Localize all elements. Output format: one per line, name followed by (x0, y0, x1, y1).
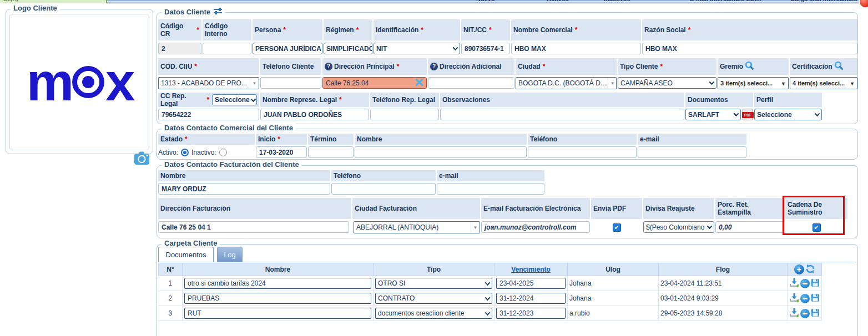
add-row-icon[interactable] (794, 264, 804, 274)
tipo-cliente-select[interactable]: CAMPAÑA ASEO (618, 77, 716, 89)
save-icon[interactable] (811, 308, 820, 319)
telefono-cliente-input[interactable] (260, 77, 321, 89)
cc-rep-seleccione-select[interactable]: Seleccione (212, 94, 257, 105)
refresh-icon[interactable] (805, 264, 815, 276)
direccion-facturacion-label: Dirección Facturación (158, 198, 351, 219)
direccion-principal-input[interactable]: Calle 76 25 04 (322, 77, 427, 89)
doc-nombre-input[interactable]: PRUEBAS (184, 293, 371, 304)
logo-cliente-panel: Logo Cliente m x (6, 9, 153, 154)
chevron-down-icon (322, 45, 322, 50)
tab-documentos[interactable]: Documentos (158, 247, 214, 262)
logo-image-box: m x (9, 14, 149, 150)
activo-label: Activo: (158, 149, 178, 156)
documentos-select[interactable]: SARLAFT (685, 109, 741, 120)
direccion-facturacion-input[interactable]: Calle 76 25 04 1 (158, 221, 349, 233)
tab-underline (158, 262, 856, 262)
perfil-select[interactable]: Seleccione (754, 109, 822, 120)
activo-radio[interactable] (181, 149, 189, 156)
download-icon[interactable] (789, 278, 799, 289)
max-logo: m x (27, 61, 133, 104)
col-header-tipo: Tipo (374, 263, 494, 276)
fact-email-input[interactable] (437, 183, 544, 195)
help-icon[interactable] (325, 63, 332, 70)
doc-vencimiento-input[interactable]: 23-04-2025 (496, 278, 566, 289)
fact-telefono-input[interactable] (331, 183, 436, 195)
envia-pdf-checkbox[interactable] (613, 223, 621, 232)
direccion-adicional-label: Dirección Adicional (428, 58, 514, 75)
remove-icon[interactable] (800, 294, 810, 303)
table-row: 2 PRUEBAS CONTRATO 31-12-2024 Johana 03-… (158, 291, 822, 306)
contacto-comercial-legend: Datos Contacto Comercial del Cliente (162, 124, 296, 132)
doc-nombre-input[interactable]: otro si cambio tarifas 2024 (184, 278, 371, 289)
cc-rep-legal-input[interactable]: 79654222 (158, 109, 259, 120)
doc-flog: 03-01-2024 9:03:29 (659, 291, 788, 306)
tab-log[interactable]: Log (217, 247, 243, 262)
address-validate-icon[interactable] (415, 78, 423, 88)
download-icon[interactable] (789, 293, 799, 304)
email-contacto-input[interactable] (638, 146, 746, 158)
codigo-cr-input[interactable]: 2 (158, 43, 201, 54)
nombre-contacto-label: Nombre (355, 134, 527, 145)
carpeta-cliente-section: Carpeta Cliente Documentos Log N° Nombre… (157, 244, 858, 336)
remove-icon[interactable] (800, 309, 810, 318)
gremio-multiselect[interactable]: 3 item(s) selecci... (718, 77, 789, 89)
doc-ulog: Johana (568, 291, 659, 306)
doc-tipo-select[interactable]: OTRO SI (375, 278, 492, 289)
documentos-label: Documentos (685, 93, 753, 107)
fact-nombre-input[interactable]: MARY ORDUZ (158, 183, 330, 195)
lookup-icon[interactable] (745, 61, 754, 72)
email-fe-input[interactable]: joan.munoz@controlroll.com (481, 221, 590, 233)
certificacion-multiselect[interactable]: 4 item(s) selecci... (790, 77, 857, 89)
razon-social-input[interactable]: HBO MAX (642, 43, 857, 54)
doc-flog: 23-04-2024 11:23:51 (659, 276, 788, 291)
cod-ciiu-combo[interactable]: 1313 - ACABADO DE PRO... (158, 77, 259, 89)
menu-item-activos[interactable]: Activos (547, 0, 569, 2)
porc-ret-input[interactable]: 0,00 (715, 221, 784, 233)
ciudad-facturacion-combo[interactable]: ABEJORRAL (ANTIOQUIA) (354, 221, 480, 233)
telefono-rep-legal-input[interactable] (370, 109, 439, 120)
nombre-comercial-input[interactable]: HBO MAX (511, 43, 641, 54)
persona-select[interactable]: PERSONA JURÍDICA (253, 43, 322, 54)
save-icon[interactable] (811, 293, 820, 304)
menu-item-email-edi[interactable]: E-mail Intercambio EDI... (690, 0, 761, 2)
nit-input[interactable]: 890736574-1 (461, 43, 510, 54)
codigo-interno-input[interactable] (203, 43, 251, 54)
inicio-input[interactable]: 17-03-2020 (256, 146, 307, 158)
nombre-contacto-input[interactable] (355, 146, 527, 158)
ciudad-combo[interactable]: BOGOTA D.C. (BOGOTÁ D.... (516, 77, 617, 89)
menu-item-inactivos[interactable]: Inactivos (604, 0, 630, 2)
browser-tab-fragment[interactable]: DZ(A) (0, 0, 107, 3)
save-icon[interactable] (811, 278, 820, 289)
doc-vencimiento-input[interactable]: 31-12-2024 (496, 293, 566, 304)
fact-telefono-label: Teléfono (331, 170, 436, 181)
doc-nombre-input[interactable]: RUT (184, 308, 371, 319)
close-button[interactable] (859, 0, 868, 8)
telefono-contacto-input[interactable] (528, 146, 637, 158)
datos-cliente-legend: Datos Cliente (162, 7, 225, 17)
observaciones-input[interactable] (440, 109, 684, 120)
regimen-select[interactable]: SIMPLIFICADO (324, 43, 372, 54)
highlight-annotation-box (783, 196, 845, 235)
remove-icon[interactable] (800, 279, 810, 288)
download-icon[interactable] (789, 308, 799, 319)
camera-icon[interactable] (134, 151, 150, 168)
direccion-adicional-input[interactable] (428, 77, 514, 89)
pdf-icon[interactable]: PDF (743, 109, 753, 120)
logo-letter-a-circle (72, 66, 104, 98)
nombre-comercial-label: Nombre Comercial (511, 19, 641, 40)
divisa-reajuste-select[interactable]: $(Peso Colombiano (643, 221, 714, 233)
sliders-icon[interactable] (213, 7, 223, 17)
doc-tipo-select[interactable]: CONTRATO (375, 293, 492, 304)
termino-input[interactable] (308, 146, 354, 158)
inactivo-radio[interactable] (219, 149, 227, 156)
dropdown-arrow-icon (850, 80, 855, 86)
identificacion-select[interactable]: NIT (374, 43, 460, 54)
lookup-icon[interactable] (834, 61, 844, 72)
doc-tipo-select[interactable]: documentos creacíion cliente (375, 308, 492, 319)
nombre-rep-legal-input[interactable]: JUAN PABLO ORDOÑES (260, 109, 369, 120)
help-icon[interactable] (430, 63, 438, 70)
menu-item-carga-edi[interactable]: Carga Mail Intercambio EDI... (790, 0, 868, 2)
doc-vencimiento-input[interactable]: 31-12-2023 (496, 308, 566, 319)
col-header-vencimiento[interactable]: Vencimiento (494, 263, 568, 276)
menu-item-nuevo[interactable]: Nuevo (476, 0, 495, 2)
